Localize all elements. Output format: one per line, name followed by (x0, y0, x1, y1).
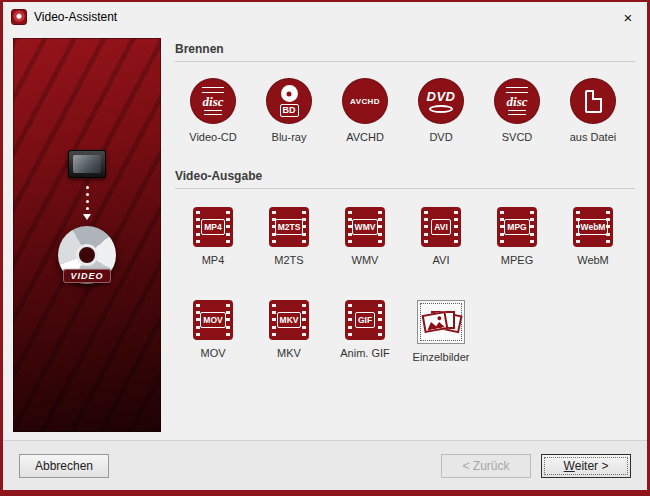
burn-option-label: aus Datei (570, 131, 616, 143)
avchd-icon: AVCHD (342, 78, 388, 124)
burn-option-label: SVCD (502, 131, 533, 143)
output-option-label: MPEG (501, 254, 533, 266)
mp4-icon-text: MP4 (201, 219, 224, 236)
burn-option-blu-ray[interactable]: BD Blu-ray (251, 78, 327, 143)
main-content: Brennen disc Video-CD BD Blu-ray (161, 38, 635, 432)
output-option-label: MP4 (202, 254, 225, 266)
titlebar: Video-Assistent × (3, 2, 647, 32)
file-icon (570, 78, 616, 124)
output-options-grid: MP4 MP4 M2TS M2TS WMV WMV (175, 207, 635, 363)
output-option-anim-gif[interactable]: GIF Anim. GIF (327, 300, 403, 363)
avchd-icon-text: AVCHD (350, 97, 380, 106)
burn-option-label: AVCHD (346, 131, 384, 143)
video-cd-icon: disc (190, 78, 236, 124)
burn-option-label: DVD (429, 131, 452, 143)
output-option-label: Anim. GIF (340, 347, 390, 359)
burn-option-label: Blu-ray (272, 131, 307, 143)
burn-option-svcd[interactable]: disc SVCD (479, 78, 555, 143)
gif-icon: GIF (345, 300, 385, 340)
wmv-icon: WMV (345, 207, 385, 247)
close-button[interactable]: × (617, 10, 639, 25)
arrow-down-icon (83, 214, 91, 220)
output-option-avi[interactable]: AVI AVI (403, 207, 479, 266)
burn-option-aus-datei[interactable]: aus Datei (555, 78, 631, 143)
blu-ray-disc-glyph (281, 85, 298, 102)
back-button[interactable]: < Zurück (441, 454, 531, 478)
dialog-footer: Abbrechen < Zurück Weiter > (3, 440, 647, 490)
output-option-einzelbilder[interactable]: Einzelbilder (403, 300, 479, 363)
output-option-label: AVI (433, 254, 450, 266)
output-option-m2ts[interactable]: M2TS M2TS (251, 207, 327, 266)
mpeg-icon-text: MPG (504, 219, 529, 236)
output-option-mp4[interactable]: MP4 MP4 (175, 207, 251, 266)
output-option-label: WebM (577, 254, 609, 266)
video-cd-icon-text: disc (203, 95, 224, 108)
next-button-accelerator: W (564, 459, 575, 473)
burn-option-dvd[interactable]: DVD DVD (403, 78, 479, 143)
output-option-label: MOV (200, 347, 225, 359)
einzelbilder-icon (417, 300, 465, 344)
output-option-webm[interactable]: WebM WebM (555, 207, 631, 266)
document-glyph (585, 90, 602, 113)
wizard-art-panel: VIDEO (13, 38, 161, 432)
video-badge: VIDEO (63, 269, 110, 283)
mkv-icon-text: MKV (277, 312, 302, 329)
blu-ray-icon: BD (266, 78, 312, 124)
m2ts-icon: M2TS (269, 207, 309, 247)
nav-buttons: < Zurück Weiter > (441, 454, 631, 478)
output-option-label: MKV (277, 347, 301, 359)
next-button-label: eiter > (575, 459, 609, 473)
dvd-icon: DVD (418, 78, 464, 124)
output-option-mpeg[interactable]: MPG MPEG (479, 207, 555, 266)
burn-options-grid: disc Video-CD BD Blu-ray AVCHD (175, 78, 635, 143)
mov-icon: MOV (193, 300, 233, 340)
video-assistant-dialog: Video-Assistent × VIDEO Brennen disc Vid… (0, 0, 650, 496)
arrow-connector (83, 186, 91, 220)
next-button[interactable]: Weiter > (541, 454, 631, 478)
wmv-icon-text: WMV (352, 219, 379, 236)
svcd-icon: disc (494, 78, 540, 124)
section-title-brennen: Brennen (175, 42, 635, 62)
output-option-label: M2TS (274, 254, 303, 266)
dvd-disc-glyph (429, 105, 453, 113)
window-title: Video-Assistent (34, 10, 117, 24)
webm-icon-text: WebM (578, 219, 609, 236)
dialog-body: VIDEO Brennen disc Video-CD BD (3, 32, 647, 440)
burn-option-video-cd[interactable]: disc Video-CD (175, 78, 251, 143)
burn-option-avchd[interactable]: AVCHD AVCHD (327, 78, 403, 143)
output-option-mkv[interactable]: MKV MKV (251, 300, 327, 363)
output-option-wmv[interactable]: WMV WMV (327, 207, 403, 266)
mpeg-icon: MPG (497, 207, 537, 247)
gif-icon-text: GIF (355, 312, 375, 329)
avi-icon-text: AVI (431, 219, 451, 236)
output-option-label: Einzelbilder (413, 351, 470, 363)
section-title-video-ausgabe: Video-Ausgabe (175, 169, 635, 189)
output-option-mov[interactable]: MOV MOV (175, 300, 251, 363)
cancel-button[interactable]: Abbrechen (19, 454, 109, 478)
mkv-icon: MKV (269, 300, 309, 340)
webm-icon: WebM (573, 207, 613, 247)
svcd-icon-text: disc (507, 95, 528, 108)
mov-icon-text: MOV (200, 312, 225, 329)
dvd-icon-text: DVD (427, 90, 456, 103)
app-icon (11, 9, 27, 25)
burn-option-label: Video-CD (189, 131, 237, 143)
m2ts-icon-text: M2TS (275, 219, 304, 236)
video-clip-icon (68, 150, 106, 178)
avi-icon: AVI (421, 207, 461, 247)
blu-ray-icon-text: BD (280, 104, 299, 117)
mp4-icon: MP4 (193, 207, 233, 247)
output-option-label: WMV (352, 254, 379, 266)
